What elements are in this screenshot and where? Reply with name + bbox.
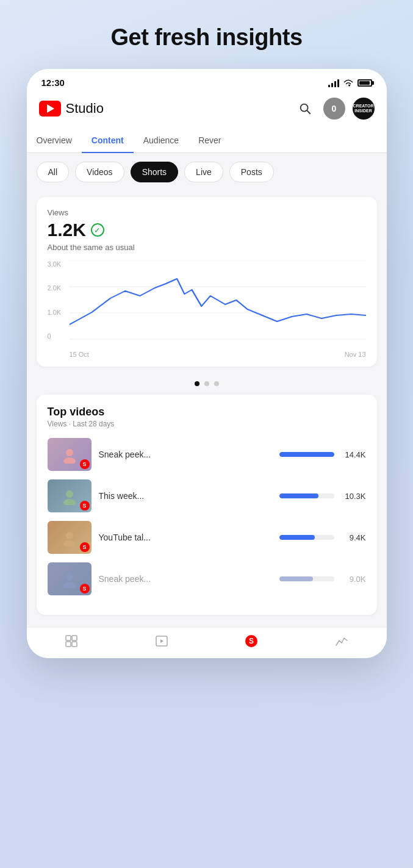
shorts-badge-4: S (80, 584, 90, 594)
filter-shorts[interactable]: Shorts (131, 162, 178, 182)
svg-point-11 (63, 540, 76, 547)
video-thumb-1: S (48, 438, 92, 471)
dot-2[interactable] (204, 381, 209, 386)
filter-bar: All Videos Shorts Live Posts (27, 153, 387, 191)
svg-point-13 (63, 582, 76, 588)
top-videos-section: Top videos Views · Last 28 days S Sneak … (27, 395, 387, 627)
nav-analytics[interactable] (334, 634, 349, 648)
bottom-nav: S (27, 627, 387, 658)
shorts-icon: S (244, 634, 259, 648)
avatar-button[interactable]: CREATORINSIDER (353, 98, 375, 120)
bar-fill-1 (279, 452, 334, 457)
svg-rect-16 (66, 642, 71, 647)
app-header: Studio 0 CREATORINSIDER (27, 91, 387, 128)
video-title-3: YouTube tal... (99, 533, 272, 542)
bar-fill-2 (279, 493, 319, 498)
dot-3[interactable] (214, 381, 219, 386)
filter-all[interactable]: All (37, 162, 70, 182)
filter-live[interactable]: Live (184, 162, 223, 182)
chart-canvas (70, 260, 366, 340)
tab-revenue[interactable]: Rever (189, 128, 231, 152)
svg-point-10 (66, 532, 73, 539)
chart-y-labels: 3.0K 2.0K 1.0K 0 (48, 260, 67, 340)
metric-row: 1.2K ✓ (48, 220, 366, 240)
youtube-logo (39, 101, 61, 117)
bar-container-3 (279, 535, 334, 540)
check-icon: ✓ (91, 223, 104, 237)
y-label-3k: 3.0K (48, 260, 67, 268)
nav-dashboard[interactable] (64, 634, 79, 648)
stats-section: Views 1.2K ✓ About the same as usual 3.0… (27, 191, 387, 373)
video-count-3: 9.4K (342, 533, 366, 542)
views-card: Views 1.2K ✓ About the same as usual 3.0… (37, 197, 377, 367)
shorts-badge-1: S (80, 459, 90, 469)
video-title-4: Sneak peek... (99, 574, 272, 584)
tab-bar: Overview Content Audience Rever (27, 128, 387, 153)
page-title: Get fresh insights (110, 24, 302, 51)
video-thumb-2: S (48, 479, 92, 512)
phone-frame: 12:30 Studio (27, 69, 387, 658)
play-icon (47, 104, 54, 113)
dot-1[interactable] (195, 381, 199, 386)
tab-overview[interactable]: Overview (27, 128, 82, 152)
bar-container-2 (279, 493, 334, 498)
views-value: 1.2K (48, 220, 86, 240)
video-title-1: Sneak peek... (99, 450, 272, 459)
search-button[interactable] (294, 98, 316, 120)
y-label-2k: 2.0K (48, 284, 67, 292)
content-icon (154, 634, 169, 648)
bar-container-4 (279, 576, 334, 581)
svg-point-7 (63, 457, 76, 464)
logo-area: Studio (39, 101, 104, 117)
header-actions: 0 CREATORINSIDER (294, 98, 375, 120)
wifi-icon (343, 79, 354, 87)
bar-container-1 (279, 452, 334, 457)
svg-rect-14 (66, 636, 71, 640)
video-thumb-4: S (48, 562, 92, 595)
chart-x-labels: 15 Oct Nov 13 (70, 351, 366, 358)
top-videos-title: Top videos (48, 406, 366, 418)
video-count-4: 9.0K (342, 575, 366, 584)
x-label-start: 15 Oct (70, 351, 89, 358)
nav-shorts[interactable]: S (244, 634, 259, 648)
svg-point-12 (66, 573, 73, 581)
video-row-2[interactable]: S This week... 10.3K (48, 479, 366, 512)
top-videos-subtitle: Views · Last 28 days (48, 420, 366, 428)
shorts-badge-3: S (80, 542, 90, 552)
video-row-4[interactable]: S Sneak peek... 9.0K (48, 562, 366, 595)
video-thumb-3: S (48, 521, 92, 554)
video-row-1[interactable]: S Sneak peek... 14.4K (48, 438, 366, 471)
video-count-2: 10.3K (342, 492, 366, 501)
tab-content[interactable]: Content (82, 128, 134, 152)
status-bar: 12:30 (27, 69, 387, 91)
filter-videos[interactable]: Videos (75, 162, 124, 182)
bar-fill-4 (279, 576, 314, 581)
notification-button[interactable]: 0 (323, 98, 345, 120)
svg-text:S: S (249, 637, 254, 645)
x-label-end: Nov 13 (345, 351, 366, 358)
video-count-1: 14.4K (342, 450, 366, 459)
top-videos-card: Top videos Views · Last 28 days S Sneak … (37, 395, 377, 615)
y-label-0: 0 (48, 332, 67, 340)
nav-content[interactable] (154, 634, 169, 648)
status-icons (328, 79, 372, 87)
analytics-icon (334, 634, 349, 648)
dots-indicator (27, 373, 387, 395)
filter-posts[interactable]: Posts (229, 162, 274, 182)
tab-audience[interactable]: Audience (134, 128, 189, 152)
video-row-3[interactable]: S YouTube tal... 9.4K (48, 521, 366, 554)
y-label-1k: 1.0K (48, 309, 67, 316)
chart-area: 3.0K 2.0K 1.0K 0 (48, 260, 366, 358)
video-title-2: This week... (99, 491, 272, 501)
shorts-badge-2: S (80, 501, 90, 511)
bar-fill-3 (279, 535, 315, 540)
studio-label: Studio (66, 101, 104, 117)
dashboard-icon (64, 634, 79, 648)
svg-point-6 (66, 449, 73, 456)
svg-point-9 (63, 499, 76, 505)
search-icon (298, 102, 312, 115)
signal-icon (328, 79, 339, 87)
battery-icon (357, 79, 372, 87)
views-label: Views (48, 208, 366, 217)
status-time: 12:30 (41, 77, 65, 88)
